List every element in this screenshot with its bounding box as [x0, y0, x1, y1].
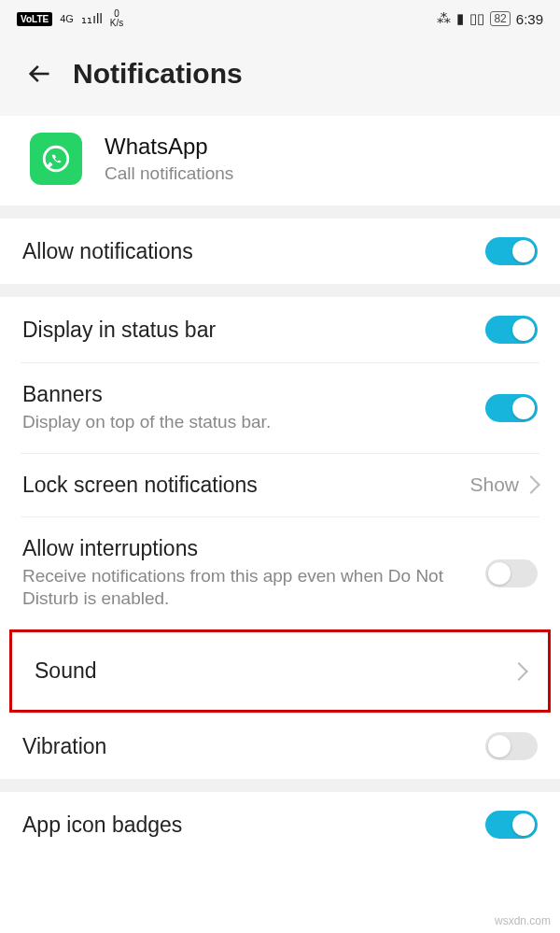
- vibrate-icon: ▯▯: [469, 10, 484, 27]
- data-speed: 0 K/s: [110, 9, 123, 28]
- status-left: VoLTE 4G ₁₁ıll 0 K/s: [17, 9, 123, 28]
- section-gap: [0, 284, 560, 297]
- vibration-label: Vibration: [22, 734, 470, 759]
- app-name: WhatsApp: [105, 134, 233, 160]
- signal-icon: ₁₁ıll: [81, 10, 103, 27]
- status-bar: VoLTE 4G ₁₁ıll 0 K/s ⁂ ▮ ▯▯ 82 6:39: [0, 0, 560, 37]
- sound-label: Sound: [35, 658, 497, 684]
- battery-full-icon: ▮: [456, 10, 464, 27]
- section-gap: [0, 779, 560, 792]
- whatsapp-icon: [30, 133, 82, 185]
- lock-screen-label: Lock screen notifications: [22, 473, 455, 498]
- app-icon-badges-row[interactable]: App icon badges: [0, 792, 560, 857]
- vibration-row[interactable]: Vibration: [0, 714, 560, 779]
- highlight-box: Sound: [9, 629, 551, 713]
- network-type: 4G: [60, 13, 74, 24]
- clock: 6:39: [516, 11, 543, 27]
- battery-percent: 82: [490, 11, 510, 26]
- chevron-right-icon: [510, 662, 528, 681]
- svg-point-1: [44, 147, 68, 171]
- app-subtitle: Call notifications: [105, 163, 233, 184]
- app-text: WhatsApp Call notifications: [105, 134, 233, 184]
- header: Notifications: [0, 37, 560, 116]
- allow-notifications-toggle[interactable]: [485, 237, 538, 265]
- allow-notifications-label: Allow notifications: [22, 239, 470, 264]
- watermark: wsxdn.com: [495, 914, 551, 927]
- app-icon-badges-label: App icon badges: [22, 813, 470, 838]
- allow-notifications-row[interactable]: Allow notifications: [0, 219, 560, 284]
- allow-interruptions-sub: Receive notifications from this app even…: [22, 565, 470, 611]
- allow-interruptions-toggle[interactable]: [485, 559, 538, 587]
- banners-sub: Display on top of the status bar.: [22, 411, 470, 434]
- app-icon-badges-toggle[interactable]: [485, 811, 538, 839]
- banners-label: Banners: [22, 382, 470, 407]
- page-title: Notifications: [73, 58, 243, 90]
- banners-row[interactable]: Banners Display on top of the status bar…: [0, 363, 560, 453]
- display-status-bar-label: Display in status bar: [22, 318, 470, 343]
- volte-badge: VoLTE: [17, 12, 52, 26]
- display-status-bar-row[interactable]: Display in status bar: [0, 297, 560, 362]
- chevron-right-icon: [522, 475, 540, 494]
- sound-row[interactable]: Sound: [12, 632, 548, 710]
- allow-interruptions-label: Allow interruptions: [22, 536, 470, 561]
- bluetooth-icon: ⁂: [437, 10, 451, 27]
- app-info-row: WhatsApp Call notifications: [0, 116, 560, 205]
- banners-toggle[interactable]: [485, 394, 538, 422]
- vibration-toggle[interactable]: [485, 732, 538, 760]
- allow-interruptions-row[interactable]: Allow interruptions Receive notification…: [0, 517, 560, 629]
- status-right: ⁂ ▮ ▯▯ 82 6:39: [437, 10, 543, 27]
- lock-screen-value: Show: [469, 474, 519, 496]
- display-status-bar-toggle[interactable]: [485, 316, 538, 344]
- lock-screen-row[interactable]: Lock screen notifications Show: [0, 454, 560, 516]
- back-icon[interactable]: [26, 61, 52, 87]
- section-gap: [0, 205, 560, 219]
